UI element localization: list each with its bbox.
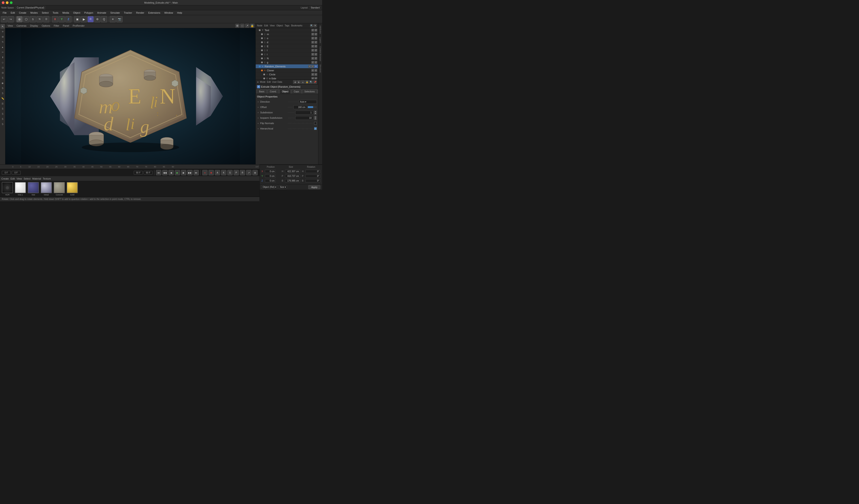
measure-tool[interactable]: 📏 [0, 96, 5, 101]
tree-eye-N2[interactable]: ✓ [315, 57, 317, 60]
tree-eye-1[interactable]: ✓ [312, 29, 314, 32]
transform-val-rh[interactable]: 0° [305, 170, 320, 173]
magnet-tool[interactable]: S [0, 76, 5, 80]
z-axis-btn[interactable]: Z [65, 16, 72, 22]
subdivision-down[interactable]: ▼ [314, 113, 317, 114]
pen-tool[interactable]: S [0, 91, 5, 95]
tree-item-i[interactable]: | i ✓ ✓ [256, 52, 318, 56]
record-btn[interactable]: ⏺ [209, 170, 214, 175]
key-all-btn[interactable]: K [221, 170, 226, 175]
attrs-back-btn[interactable]: ◀ [293, 80, 297, 84]
next-frame-btn[interactable]: ▶▶ [187, 170, 193, 175]
viewport-menu-panel[interactable]: Panel [62, 24, 70, 28]
render-settings[interactable]: ⚙ [94, 16, 101, 22]
attrs-tab-selections[interactable]: Selections [302, 89, 317, 94]
menu-simulate[interactable]: Simulate [108, 11, 122, 15]
material-thumb-concrete[interactable] [54, 182, 65, 193]
menu-window[interactable]: Window [162, 11, 175, 15]
tree-eye-g1[interactable]: ✓ [312, 61, 314, 64]
attr-checkbox-flip-normals[interactable] [314, 122, 317, 124]
viewport-menu-filter[interactable]: Filter [53, 24, 60, 28]
poly-mode[interactable]: ▣ [74, 16, 80, 22]
menu-render[interactable]: Render [134, 11, 146, 15]
viewport-lock-btn[interactable]: 🔒 [250, 24, 254, 28]
main-viewport[interactable]: View Cameras Display Options Filter Pane… [5, 23, 255, 164]
move-tool[interactable]: ⊕ [16, 16, 22, 22]
tree-eye-d1[interactable]: ✓ [312, 41, 314, 44]
transform-val-x[interactable]: 0 cm [265, 170, 275, 173]
tree-item-l[interactable]: | l ✓ ✓ [256, 48, 318, 52]
scene-menu-edit[interactable]: Edit [264, 25, 268, 27]
key-pos-btn[interactable]: P [233, 170, 239, 175]
transform-val-rp[interactable]: 0° [305, 174, 320, 178]
start-frame-display[interactable]: 0 F [2, 171, 11, 174]
viewport-fit-btn[interactable]: ⊞ [235, 24, 239, 28]
menu-media[interactable]: Media [61, 11, 71, 15]
y-axis-btn[interactable]: Y [59, 16, 65, 22]
goto-end-btn[interactable]: ⏭ [194, 170, 199, 175]
tree-eye-ns2[interactable]: ✓ [315, 77, 317, 80]
transform-val-h[interactable]: 422.307 cm [285, 170, 300, 173]
tree-eye-l2[interactable]: ✓ [315, 49, 317, 52]
select-tool[interactable]: ↖ [0, 24, 5, 29]
paint-tool[interactable]: S [0, 106, 5, 111]
tree-eye-2[interactable]: ✓ [315, 29, 317, 32]
attrs-tab-object[interactable]: Object [280, 89, 291, 94]
key-scale-btn[interactable]: ↗ [246, 170, 252, 175]
attrs-tab-coord[interactable]: Coord. [267, 89, 279, 94]
attrs-user-data-menu[interactable]: User Data [272, 81, 282, 83]
move-tool-sidebar[interactable]: ✛ [0, 29, 5, 34]
record-active-btn[interactable]: ● [202, 170, 208, 175]
attrs-forward-btn[interactable]: ▶ [297, 80, 301, 84]
tree-eye-ci2[interactable]: ✓ [315, 73, 317, 76]
prev-frame-btn[interactable]: ◀◀ [162, 170, 168, 175]
nurbs-tool[interactable]: N [36, 16, 43, 22]
bridge-tool[interactable]: ⊟ [0, 71, 5, 75]
minimize-button[interactable] [6, 1, 9, 4]
menu-select[interactable]: Select [40, 11, 50, 15]
spline-tool-s[interactable]: S [0, 86, 5, 90]
close-button[interactable] [2, 1, 4, 4]
tree-eye-E1[interactable]: ✓ [312, 45, 314, 48]
vtab-layers[interactable]: Layers [319, 36, 322, 45]
attr-value-offset[interactable]: 160 cm [293, 105, 307, 109]
attrs-edit-menu[interactable]: Edit [267, 81, 271, 83]
scene-filter-btn[interactable]: ▼ [314, 24, 317, 27]
attr-slider-offset[interactable] [308, 106, 317, 108]
material-thumb-mat1[interactable] [15, 182, 26, 193]
attrs-lock-btn[interactable]: 🔒 [305, 80, 309, 84]
tree-item-N[interactable]: | N ✓ ✓ [256, 56, 318, 60]
extrude-tool[interactable]: ⬆ [0, 55, 5, 60]
vtab-attributes[interactable]: Attributes [319, 24, 322, 35]
material-thumb-mat[interactable] [28, 182, 39, 193]
attr-checkbox-hierarchical[interactable]: ✓ [314, 127, 317, 130]
menu-extensions[interactable]: Extensions [147, 11, 162, 15]
menu-object[interactable]: Object [71, 11, 82, 15]
render-preview[interactable]: ▶ [81, 16, 87, 22]
mat-create-menu[interactable]: Create [1, 177, 9, 180]
tree-item-circle[interactable]: ○ Circle ✓ ✓ [256, 73, 318, 76]
tree-eye-d2[interactable]: ✓ [315, 41, 317, 44]
redo-button[interactable]: ↪ [7, 16, 14, 22]
attrs-tab-basic[interactable]: Basic [257, 89, 267, 94]
material-thumb-gold[interactable] [67, 182, 78, 193]
viewport-menu-cameras[interactable]: Cameras [16, 24, 28, 28]
undo-button[interactable]: ↩ [1, 16, 7, 22]
tree-eye-re2[interactable]: ✓ [312, 65, 314, 68]
menu-modes[interactable]: Modes [29, 11, 40, 15]
render-queue[interactable]: Q [101, 16, 107, 22]
tree-eye-o1[interactable]: ✓ [312, 37, 314, 40]
menu-tracker[interactable]: Tracker [122, 11, 134, 15]
material-thumb-metal[interactable] [41, 182, 52, 193]
mat-edit-menu[interactable]: Edit [11, 177, 15, 180]
tree-eye-m1[interactable]: ✓ [312, 33, 314, 35]
node-space-dropdown[interactable]: Current (Standard/Physical) [16, 6, 45, 10]
isoparm-down[interactable]: ▼ [314, 118, 317, 120]
tree-eye-i2[interactable]: ✓ [315, 53, 317, 56]
transform-val-z[interactable]: 0 cm [265, 179, 275, 182]
scale-tool-sidebar[interactable]: ⊞ [0, 34, 5, 39]
viewport-menu-display[interactable]: Display [29, 24, 39, 28]
soft-selection[interactable]: ◉ [0, 81, 5, 85]
viewport-restore-btn[interactable]: ↗ [245, 24, 249, 28]
material-thumb-hdr[interactable]: ◎ [2, 182, 13, 193]
